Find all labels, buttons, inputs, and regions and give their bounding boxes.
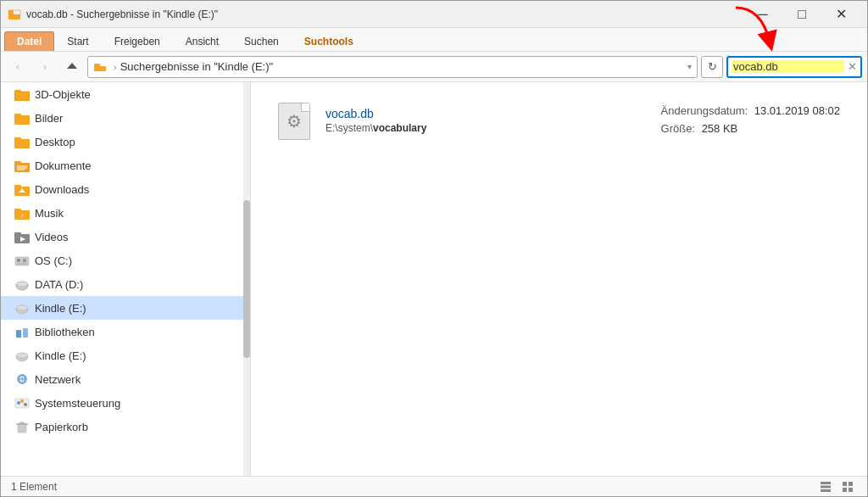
controlpanel-icon	[14, 395, 30, 410]
svg-rect-12	[14, 137, 21, 142]
sidebar-item-kindle-e[interactable]: Kindle (E:)	[1, 296, 250, 320]
tab-ansicht[interactable]: Ansicht	[173, 31, 231, 51]
sidebar-item-downloads[interactable]: Downloads	[1, 177, 250, 201]
close-button[interactable]: ✕	[821, 1, 860, 28]
sidebar-item-data-d[interactable]: DATA (D:)	[1, 272, 250, 296]
sidebar-item-videos[interactable]: Videos	[1, 225, 250, 248]
content-area: ⚙ vocab.db E:\system\vocabulary Änderung…	[251, 82, 867, 476]
drive-e2-icon	[14, 348, 30, 363]
file-icon-inner: ⚙	[278, 103, 310, 140]
tab-datei[interactable]: Datei	[4, 31, 54, 51]
svg-rect-63	[843, 488, 847, 492]
svg-rect-42	[23, 328, 28, 338]
svg-rect-61	[843, 482, 847, 486]
tab-suchen[interactable]: Suchen	[231, 31, 292, 51]
libraries-icon	[14, 324, 30, 339]
svg-rect-59	[821, 485, 831, 488]
sidebar-item-os-c[interactable]: OS (C:)	[1, 248, 250, 272]
sidebar-item-desktop[interactable]: Desktop	[1, 130, 250, 154]
sidebar-item-label: Systemsteuerung	[35, 397, 120, 410]
sidebar-item-musik[interactable]: ♪ Musik	[1, 201, 250, 225]
svg-rect-30	[23, 259, 26, 262]
date-value: 13.01.2019 08:02	[754, 104, 840, 117]
scrollbar[interactable]	[243, 82, 250, 476]
address-box[interactable]: › Suchergebnisse in "Kindle (E:)" ▾	[87, 56, 698, 78]
up-button[interactable]	[60, 56, 84, 78]
file-size-row: Größe: 258 KB	[661, 120, 840, 138]
svg-point-31	[17, 259, 20, 262]
svg-point-34	[16, 282, 28, 287]
svg-rect-26	[14, 232, 21, 237]
file-gear-icon: ⚙	[287, 111, 302, 131]
svg-rect-7	[14, 90, 21, 94]
app-icon	[8, 8, 21, 21]
view-grid-button[interactable]	[838, 477, 857, 496]
view-list-button[interactable]	[816, 477, 835, 496]
address-separator: ›	[114, 62, 117, 72]
address-chevron[interactable]: ▾	[687, 62, 692, 71]
file-path-highlight: vocabulary	[373, 122, 426, 134]
svg-point-51	[20, 399, 24, 403]
search-box[interactable]: vocab.db ✕	[726, 56, 862, 78]
svg-rect-41	[16, 330, 21, 338]
file-icon: ⚙	[278, 103, 314, 138]
folder-music-icon: ♪	[14, 205, 30, 221]
file-path-prefix: E:\system\	[326, 122, 373, 134]
minimize-button[interactable]: ─	[743, 1, 782, 28]
sidebar-item-label: Downloads	[35, 183, 89, 196]
sidebar-item-dokumente[interactable]: Dokumente	[1, 154, 250, 177]
sidebar-item-label: Bilder	[35, 112, 63, 125]
sidebar-item-label: Papierkorb	[35, 421, 88, 433]
forward-button[interactable]: ›	[33, 56, 57, 78]
svg-rect-62	[849, 482, 853, 486]
sidebar-item-label: Videos	[35, 231, 69, 243]
tab-suchtools[interactable]: Suchtools	[292, 31, 366, 51]
date-label: Änderungsdatum:	[661, 104, 748, 117]
tab-freigeben[interactable]: Freigeben	[102, 31, 173, 51]
title-bar: vocab.db - Suchergebnisse in "Kindle (E:…	[1, 1, 867, 28]
size-label: Größe:	[661, 122, 695, 135]
sidebar-item-label: OS (C:)	[35, 254, 72, 267]
tab-start[interactable]: Start	[54, 31, 101, 51]
folder-icon	[14, 87, 30, 102]
window-controls: ─ □ ✕	[743, 1, 860, 28]
back-button[interactable]: ‹	[6, 56, 30, 78]
search-input-value: vocab.db	[732, 60, 844, 73]
svg-point-50	[17, 401, 20, 405]
sidebar-item-bibliotheken[interactable]: Bibliotheken	[1, 320, 250, 343]
sidebar-item-bilder[interactable]: Bilder	[1, 106, 250, 130]
svg-marker-3	[67, 63, 77, 69]
file-date-row: Änderungsdatum: 13.01.2019 08:02	[661, 103, 840, 120]
svg-rect-60	[821, 489, 831, 492]
file-result-item[interactable]: ⚙ vocab.db E:\system\vocabulary Änderung…	[268, 96, 850, 145]
drive-d-icon	[14, 276, 30, 292]
status-bar: 1 Element	[1, 476, 867, 496]
sidebar-item-systemsteuerung[interactable]: Systemsteuerung	[1, 391, 250, 415]
svg-rect-58	[821, 482, 831, 484]
refresh-button[interactable]: ↻	[701, 56, 723, 78]
size-value: 258 KB	[702, 122, 738, 135]
address-bar-row: ‹ › › Suchergebnisse in "Kindle (E:)" ▾ …	[1, 52, 867, 82]
drive-c-icon	[14, 253, 30, 268]
window-title: vocab.db - Suchergebnisse in "Kindle (E:…	[26, 8, 743, 20]
ribbon-tabs: Datei Start Freigeben Ansicht Suchen Suc…	[1, 28, 867, 51]
file-path: E:\system\vocabulary	[326, 122, 495, 134]
folder-docs-icon	[14, 158, 30, 173]
folder-icon	[14, 110, 30, 126]
maximize-button[interactable]: □	[782, 1, 821, 28]
svg-rect-53	[18, 424, 26, 433]
sidebar-item-netzwerk[interactable]: Netzwerk	[1, 367, 250, 391]
scrollbar-thumb[interactable]	[243, 200, 250, 358]
main-area: 3D-Objekte Bilder Desktop Dokumente Down…	[1, 82, 867, 476]
sidebar-item-label: Netzwerk	[35, 373, 81, 386]
search-clear-button[interactable]: ✕	[848, 60, 857, 73]
sidebar-item-kindle-e2[interactable]: Kindle (E:)	[1, 343, 250, 367]
svg-rect-64	[849, 488, 853, 492]
svg-rect-19	[14, 185, 21, 189]
address-text: Suchergebnisse in "Kindle (E:)"	[120, 60, 687, 73]
sidebar-item-3d-objekte[interactable]: 3D-Objekte	[1, 82, 250, 106]
status-right	[816, 477, 857, 496]
folder-video-icon	[14, 229, 30, 244]
sidebar-item-papierkorb[interactable]: Papierkorb	[1, 415, 250, 438]
sidebar-item-label: Dokumente	[35, 159, 91, 172]
